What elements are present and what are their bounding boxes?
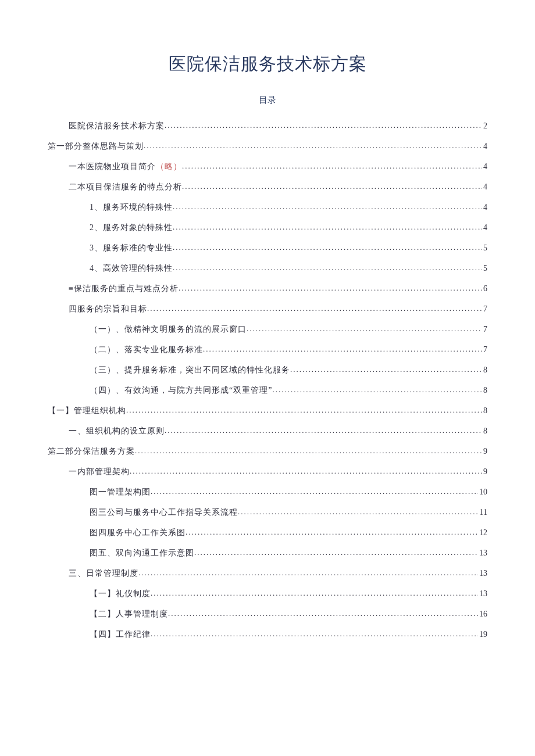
toc-entry-page: 8 [482,407,487,415]
toc-leader-dots [126,406,482,414]
toc-entry-page: 6 [482,285,487,293]
toc-entry-text: 第二部分保洁服务方案 [48,447,135,456]
document-page: 医院保洁服务技术标方案 目录 医院保洁服务技术标方案2第一部分整体思路与策划4一… [0,0,535,686]
toc-entry-text: （一）、做精神文明服务的流的展示窗口 [90,325,247,334]
toc-leader-dots [151,488,478,495]
toc-entry-page: 4 [482,224,487,232]
toc-entry-page: 4 [482,142,487,151]
toc-entry-page: 7 [482,305,487,313]
toc-entry-page: 8 [482,366,487,374]
toc-entry-page: 19 [478,630,487,639]
toc-entry-text: （三）、提升服务标准，突出不同区域的特性化服务 [90,366,290,374]
toc-entry: 图一管理架构图 10 [48,488,487,496]
toc-entry-page: 8 [482,427,487,435]
toc-entry: 医院保洁服务技术标方案2 [48,122,487,130]
table-of-contents: 医院保洁服务技术标方案2第一部分整体思路与策划4一本医院物业项目简介（略）4二本… [48,122,487,639]
toc-entry-text: 3、服务标准的专业性 [90,244,173,252]
toc-leader-dots [238,508,479,515]
toc-leader-dots [151,589,478,597]
toc-entry-text: 【一】管理组织机构 [48,407,126,415]
toc-entry-text: 4、高效管理的特殊性 [90,264,173,273]
toc-entry-text: 医院保洁服务技术标方案 [69,122,165,130]
toc-entry-text: 二本项目保洁服务的特点分析 [69,183,182,191]
toc-entry-page: 7 [482,346,487,354]
toc-leader-dots [203,345,482,353]
toc-entry-text: 图三公司与服务中心工作指导关系流程 [90,508,238,517]
toc-leader-dots [135,447,482,454]
toc-entry: 【一】管理组织机构8 [48,407,487,415]
toc-leader-dots [147,304,482,312]
toc-entry-page: 5 [482,244,487,252]
toc-entry-page: 11 [479,508,487,517]
toc-leader-dots [182,162,482,170]
toc-entry: 二本项目保洁服务的特点分析4 [48,183,487,191]
toc-entry: 4、高效管理的特殊性 5 [48,264,487,273]
toc-entry: ≡保洁服务的重点与难点分析6 [48,285,487,293]
toc-entry-text: 一本医院物业项目简介（略） [69,163,182,171]
toc-leader-dots [173,264,482,271]
toc-leader-dots [168,610,478,617]
toc-entry-page: 2 [482,122,487,130]
toc-entry-text: （四）、有效沟通，与院方共同形成“双重管理” [90,386,272,395]
toc-entry-text: 图四服务中心工作关系图 [90,529,186,537]
toc-entry-page: 7 [482,325,487,334]
toc-entry: 第二部分保洁服务方案9 [48,447,487,456]
toc-entry-text: 三、日常管理制度 [69,569,138,578]
toc-entry-text: 图五、双向沟通工作示意图 [90,549,194,557]
toc-entry-page: 13 [478,590,487,598]
toc-entry-text: 一、组织机构的设立原则 [69,427,165,435]
toc-entry-note: （略） [156,162,182,171]
toc-entry-text: 图一管理架构图 [90,488,151,496]
toc-heading: 目录 [48,95,487,106]
toc-entry-text: 四服务的宗旨和目标 [69,305,147,313]
toc-leader-dots [165,427,482,434]
toc-entry-text: 【一】礼仪制度 [90,590,151,598]
toc-entry-text: 第一部分整体思路与策划 [48,142,144,151]
toc-entry: 2、服务对象的特殊性 4 [48,224,487,232]
toc-entry-text: （二）、落实专业化服务标准 [90,346,203,354]
toc-entry: 3、服务标准的专业性 5 [48,244,487,252]
toc-leader-dots [173,203,482,210]
toc-entry-page: 10 [478,488,487,496]
toc-leader-dots [179,284,482,292]
document-title: 医院保洁服务技术标方案 [48,52,487,76]
toc-entry-text: 【二】人事管理制度 [90,610,168,618]
toc-entry: 图五、双向沟通工作示意图 13 [48,549,487,557]
toc-entry: 第一部分整体思路与策划4 [48,142,487,151]
toc-entry-page: 5 [482,264,487,273]
toc-entry: 1、服务环境的特殊性 4 [48,203,487,212]
toc-leader-dots [165,121,482,129]
toc-entry: 【一】礼仪制度 13 [48,590,487,598]
toc-entry: （一）、做精神文明服务的流的展示窗口 7 [48,325,487,334]
toc-entry-page: 13 [478,569,487,578]
toc-leader-dots [247,325,482,332]
toc-entry-text: ≡保洁服务的重点与难点分析 [69,285,179,293]
toc-entry-page: 13 [478,549,487,557]
toc-leader-dots [182,182,482,190]
toc-entry: 【四】工作纪律 19 [48,630,487,639]
toc-entry: 图三公司与服务中心工作指导关系流程 11 [48,508,487,517]
toc-entry-page: 9 [482,468,487,476]
toc-entry: （三）、提升服务标准，突出不同区域的特性化服务 8 [48,366,487,374]
toc-entry-page: 12 [478,529,487,537]
toc-entry-page: 4 [482,183,487,191]
toc-entry-page: 4 [482,203,487,212]
toc-entry: （二）、落实专业化服务标准 7 [48,346,487,354]
toc-entry-page: 4 [482,163,487,171]
toc-entry-text: 【四】工作纪律 [90,630,151,639]
toc-entry: 一本医院物业项目简介（略）4 [48,163,487,171]
toc-entry-text: 1、服务环境的特殊性 [90,203,173,212]
toc-leader-dots [151,630,478,637]
toc-entry: 图四服务中心工作关系图 12 [48,529,487,537]
toc-entry: 一内部管理架构9 [48,468,487,476]
toc-leader-dots [130,467,482,475]
toc-entry: （四）、有效沟通，与院方共同形成“双重管理” 8 [48,386,487,395]
toc-leader-dots [138,569,478,576]
toc-leader-dots [173,223,482,231]
toc-entry: 三、日常管理制度13 [48,569,487,578]
toc-entry-page: 16 [478,610,487,618]
toc-leader-dots [290,366,482,373]
toc-leader-dots [272,386,482,393]
toc-entry: 【二】人事管理制度 16 [48,610,487,618]
toc-entry-page: 9 [482,447,487,456]
